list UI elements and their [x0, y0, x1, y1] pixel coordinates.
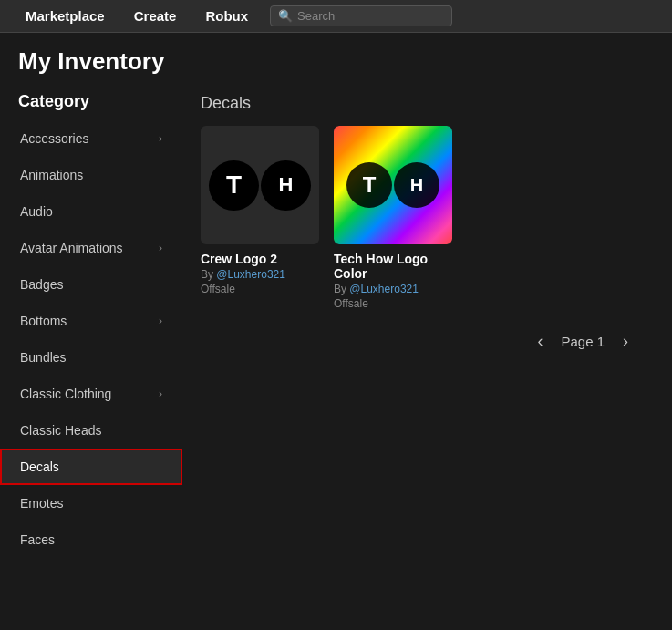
item-by: By @Luxhero321 [201, 268, 319, 281]
page-title: My Inventory [0, 33, 672, 85]
sidebar-item-faces[interactable]: Faces [0, 522, 182, 558]
main-layout: Category Accessories › Animations Audio … [0, 85, 672, 630]
top-navigation: Marketplace Create Robux 🔍 [0, 0, 672, 33]
page-label: Page 1 [561, 334, 605, 349]
search-input[interactable] [297, 9, 444, 23]
nav-links: Marketplace Create Robux [11, 3, 263, 29]
tech-t-circle: T [346, 162, 392, 208]
sidebar-item-label: Classic Clothing [20, 387, 111, 401]
sidebar-item-label: Bottoms [20, 314, 67, 328]
chevron-right-icon: › [159, 387, 162, 400]
item-name: Crew Logo 2 [201, 252, 319, 266]
item-creator[interactable]: @Luxhero321 [216, 268, 285, 281]
chevron-right-icon: › [159, 242, 162, 254]
logo-h-circle: H [261, 160, 311, 211]
tech-logo-image: T H [334, 126, 452, 244]
sidebar-item-avatar-animations[interactable]: Avatar Animations › [0, 230, 182, 266]
chevron-right-icon: › [159, 315, 162, 327]
item-status: Offsale [201, 283, 319, 295]
sidebar: Category Accessories › Animations Audio … [0, 85, 182, 630]
sidebar-item-bundles[interactable]: Bundles [0, 339, 182, 376]
sidebar-item-accessories[interactable]: Accessories › [0, 120, 182, 157]
sidebar-item-label: Classic Heads [20, 423, 101, 438]
item-status: Offsale [334, 297, 452, 310]
chevron-right-icon: › [159, 132, 162, 145]
sidebar-item-label: Avatar Animations [20, 241, 123, 255]
sidebar-item-label: Audio [20, 204, 53, 219]
crew-logo-image: T H [209, 160, 311, 211]
sidebar-item-label: Badges [20, 277, 63, 292]
item-creator[interactable]: @Luxhero321 [349, 283, 419, 295]
logo-t-circle: T [209, 160, 259, 211]
sidebar-item-animations[interactable]: Animations [0, 157, 182, 193]
nav-create[interactable]: Create [119, 3, 191, 29]
next-page-button[interactable]: › [615, 328, 636, 355]
sidebar-item-emotes[interactable]: Emotes [0, 485, 182, 522]
search-icon: 🔍 [278, 9, 293, 23]
sidebar-category-header: Category [0, 85, 182, 120]
tech-logo-bg: T H [334, 126, 452, 244]
sidebar-item-label: Bundles [20, 350, 67, 365]
content-heading: Decals [201, 94, 654, 113]
item-card-tech-logo[interactable]: T H Tech How Logo Color By @Luxhero321 O… [334, 126, 452, 310]
sidebar-item-label: Decals [20, 460, 59, 474]
sidebar-item-label: Animations [20, 168, 83, 182]
search-box[interactable]: 🔍 [270, 5, 452, 26]
sidebar-item-classic-heads[interactable]: Classic Heads [0, 412, 182, 449]
sidebar-item-label: Faces [20, 532, 55, 547]
sidebar-item-bottoms[interactable]: Bottoms › [0, 303, 182, 339]
item-by: By @Luxhero321 [334, 283, 452, 295]
item-thumbnail-tech-logo: T H [334, 126, 452, 244]
nav-robux[interactable]: Robux [191, 3, 263, 29]
sidebar-item-decals[interactable]: Decals [0, 449, 182, 485]
tech-logo-inner: T H [346, 162, 439, 208]
content-area: Decals T H Crew Logo 2 By @Luxhero321 Of… [182, 85, 672, 630]
items-grid: T H Crew Logo 2 By @Luxhero321 Offsale T… [201, 126, 654, 310]
tech-h-circle: H [394, 162, 439, 208]
nav-marketplace[interactable]: Marketplace [11, 3, 119, 29]
sidebar-item-label: Accessories [20, 131, 88, 146]
sidebar-item-classic-clothing[interactable]: Classic Clothing › [0, 376, 182, 412]
item-card-crew-logo[interactable]: T H Crew Logo 2 By @Luxhero321 Offsale [201, 126, 319, 310]
sidebar-item-badges[interactable]: Badges [0, 266, 182, 303]
prev-page-button[interactable]: ‹ [530, 328, 550, 355]
sidebar-item-label: Emotes [20, 496, 63, 511]
item-name: Tech How Logo Color [334, 252, 452, 281]
sidebar-item-audio[interactable]: Audio [0, 193, 182, 230]
pagination: ‹ Page 1 › [201, 310, 654, 373]
item-thumbnail-crew-logo: T H [201, 126, 319, 244]
